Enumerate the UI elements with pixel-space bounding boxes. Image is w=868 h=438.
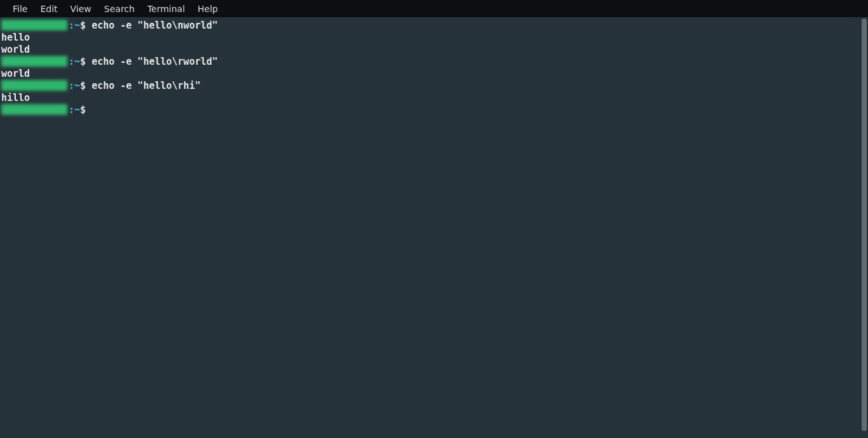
prompt-symbol: $ [80,56,92,67]
scrollbar[interactable] [860,17,868,438]
prompt-path: :~ [69,56,80,67]
menu-search[interactable]: Search [98,1,141,17]
terminal-area[interactable]: :~$ echo -e "hello\nworld"helloworld:~$ … [0,17,860,438]
command-line: :~$ echo -e "hello\nworld" [1,20,859,32]
output-line: hillo [1,92,859,104]
terminal-window: File Edit View Search Terminal Help :~$ … [0,0,868,438]
menu-edit[interactable]: Edit [34,1,64,17]
menu-terminal[interactable]: Terminal [141,1,191,17]
prompt-user-redacted [1,104,67,115]
prompt-symbol: $ [80,80,92,91]
prompt-user-redacted [1,20,67,30]
command-text: echo -e "hello\rhi" [92,80,201,91]
command-text: echo -e "hello\rworld" [92,56,218,67]
prompt-path: :~ [69,80,80,91]
menu-view[interactable]: View [64,1,98,17]
menu-file[interactable]: File [6,1,34,17]
prompt-user-redacted [1,80,67,91]
prompt-path: :~ [69,20,80,31]
output-line: world [1,44,859,56]
terminal-area-wrap: :~$ echo -e "hello\nworld"helloworld:~$ … [0,17,868,438]
command-line: :~$ echo -e "hello\rhi" [1,80,859,92]
command-line-empty[interactable]: :~$ [1,104,859,116]
menubar: File Edit View Search Terminal Help [0,0,868,17]
command-line: :~$ echo -e "hello\rworld" [1,56,859,68]
prompt-symbol: $ [80,104,92,116]
scrollbar-thumb[interactable] [862,18,867,431]
menu-help[interactable]: Help [191,1,224,17]
prompt-user-redacted [1,56,67,67]
output-line: world [1,68,859,80]
prompt-path: :~ [69,104,80,116]
command-text: echo -e "hello\nworld" [92,20,218,31]
output-line: hello [1,32,859,44]
prompt-symbol: $ [80,20,92,31]
